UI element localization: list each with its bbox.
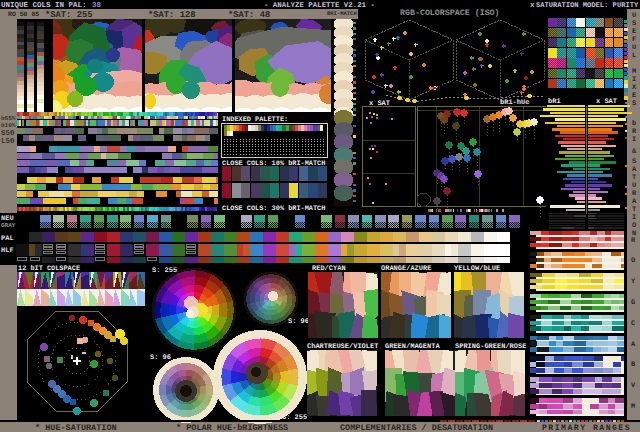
svg-text:- ANALYZE PALETTE V2.21 -: - ANALYZE PALETTE V2.21 - [264,2,375,10]
svg-text:RO 50 85: RO 50 85 [8,11,39,18]
svg-text:S: S [632,158,636,166]
svg-text:O: O [631,257,635,265]
svg-text:M: M [632,68,636,76]
svg-text:U: U [632,182,636,190]
svg-text:I: I [632,76,636,84]
svg-text:S: 96: S: 96 [288,318,309,326]
svg-text:ORANGE/AZURE: ORANGE/AZURE [381,264,431,273]
svg-text:L50: L50 [1,137,15,146]
svg-text:RGB-COLORSPACE (ISO): RGB-COLORSPACE (ISO) [400,8,500,18]
svg-text:*SAT: 48: *SAT: 48 [228,10,270,20]
svg-text:b65%: b65% [1,115,16,122]
svg-text:GRAY: GRAY [1,222,16,229]
svg-text:S: S [632,20,636,28]
svg-text:COMPLEMENTARIES / DESATURATION: COMPLEMENTARIES / DESATURATION [340,423,493,432]
svg-text:L: L [632,52,636,60]
svg-text:BRI-MATCH: BRI-MATCH [327,10,357,17]
svg-text:S50: S50 [1,129,15,138]
svg-text:T: T [632,174,636,182]
svg-text:ChARTREUSE/VIOLET: ChARTREUSE/VIOLET [307,342,378,351]
svg-text:I: I [632,136,636,144]
svg-text:G: G [631,299,635,307]
svg-text:E: E [632,28,636,36]
svg-text:* HUE-SATURATION: * HUE-SATURATION [35,423,117,432]
svg-text:RED/CYAN: RED/CYAN [312,264,346,273]
svg-text:x SAT: x SAT [596,98,617,106]
svg-text:12 bIT COLSPACE: 12 bIT COLSPACE [18,265,80,273]
svg-text:S: 96: S: 96 [150,354,171,362]
svg-text:38: 38 [92,1,102,10]
svg-text:C: C [631,320,635,328]
svg-text:SPRING-GREEN/ROSE: SPRING-GREEN/ROSE [455,342,526,351]
svg-text:S: S [632,100,636,108]
svg-text:S: 255: S: 255 [152,267,177,275]
svg-text:x: x [530,2,535,10]
svg-text:PRIMARY RANGES: PRIMARY RANGES [542,424,631,432]
svg-text:YELLOW/bLUE: YELLOW/bLUE [454,264,500,273]
svg-text:bRi-hUe: bRi-hUe [500,98,529,107]
svg-text:O: O [632,222,636,230]
svg-text:b: b [632,119,636,128]
svg-text:HLF: HLF [1,247,14,255]
svg-text:GREEN/MAGENTA: GREEN/MAGENTA [385,342,440,351]
svg-text:*SAT: 128: *SAT: 128 [148,10,196,20]
svg-text:I: I [632,214,636,222]
svg-text:PAL: PAL [1,235,14,243]
svg-text:U: U [632,44,636,52]
svg-text:E: E [632,92,636,100]
svg-text:F: F [632,36,636,44]
svg-text:bRi: bRi [548,97,561,106]
svg-text:M: M [631,403,635,411]
svg-text:SATURATION MODEL: PURITY: SATURATION MODEL: PURITY [536,2,639,10]
svg-text:T: T [632,206,636,214]
svg-text:CLOSE COLS: 30% bRI-MATCH: CLOSE COLS: 30% bRI-MATCH [222,205,325,213]
svg-text:U: U [632,12,636,20]
svg-text:b10%: b10% [1,122,16,129]
svg-text:*SAT: 255: *SAT: 255 [45,10,93,20]
svg-text:* POLAR HUE-bRIGHTNESS: * POLAR HUE-bRIGHTNESS [176,423,288,432]
